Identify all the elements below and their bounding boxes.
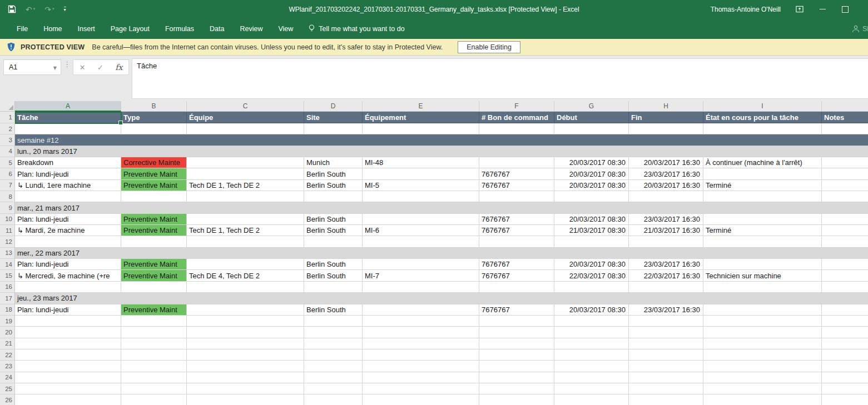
save-icon[interactable] bbox=[8, 5, 16, 13]
cell-C10[interactable] bbox=[187, 214, 304, 225]
row-header-20[interactable]: 20 bbox=[0, 327, 15, 338]
share-button[interactable]: Share bbox=[852, 18, 868, 39]
tab-home[interactable]: Home bbox=[36, 18, 70, 39]
cell-F22[interactable] bbox=[479, 349, 554, 361]
cell-J25[interactable] bbox=[822, 383, 868, 394]
cell-H12[interactable] bbox=[629, 236, 703, 247]
cell-B18[interactable]: Preventive Maint bbox=[121, 304, 187, 316]
cell-J10[interactable] bbox=[822, 214, 868, 225]
cell-J2[interactable] bbox=[822, 123, 868, 134]
cell-I5[interactable]: À continuer (machine à l'arrêt) bbox=[703, 157, 822, 168]
cell-C2[interactable] bbox=[187, 123, 304, 134]
cell-C12[interactable] bbox=[187, 236, 304, 247]
cell-H8[interactable] bbox=[629, 191, 703, 202]
column-header-F[interactable]: F bbox=[479, 101, 554, 112]
cell-B11[interactable]: Preventive Maint bbox=[121, 225, 187, 236]
row-header-3[interactable]: 3 bbox=[0, 134, 15, 146]
row-header-17[interactable]: 17 bbox=[0, 293, 15, 304]
cell-J22[interactable] bbox=[822, 349, 868, 361]
formula-input[interactable]: Tâche bbox=[132, 58, 868, 99]
row-header-23[interactable]: 23 bbox=[0, 361, 15, 372]
cell-B16[interactable] bbox=[121, 282, 187, 293]
cell-B12[interactable] bbox=[121, 236, 187, 247]
cell-D20[interactable] bbox=[304, 327, 363, 338]
cell-D24[interactable] bbox=[304, 372, 363, 383]
cell-I23[interactable] bbox=[703, 361, 822, 372]
cell-H26[interactable] bbox=[629, 394, 703, 405]
row-header-1[interactable]: 1 bbox=[0, 112, 15, 123]
cell-H1[interactable]: Fin bbox=[629, 112, 703, 123]
cell-B1[interactable]: Type bbox=[121, 112, 187, 123]
row-header-10[interactable]: 10 bbox=[0, 214, 15, 225]
cell-G22[interactable] bbox=[554, 349, 629, 361]
cell-I22[interactable] bbox=[703, 349, 822, 361]
cell-I20[interactable] bbox=[703, 327, 822, 338]
column-header-B[interactable]: B bbox=[121, 101, 187, 112]
column-header-G[interactable]: G bbox=[554, 101, 629, 112]
formula-bar-resize-handle[interactable]: ⋮ bbox=[63, 60, 71, 68]
cell-I15[interactable]: Technicien sur machine bbox=[703, 270, 822, 281]
cell-E14[interactable] bbox=[363, 259, 479, 270]
cell-D7[interactable]: Berlin South bbox=[304, 180, 363, 191]
row-header-13[interactable]: 13 bbox=[0, 248, 15, 259]
row-header-22[interactable]: 22 bbox=[0, 349, 15, 361]
row-header-9[interactable]: 9 bbox=[0, 202, 15, 213]
user-name[interactable]: Thomas-Antoine O'Neill bbox=[711, 6, 781, 13]
cell-G6[interactable]: 20/03/2017 08:30 bbox=[554, 168, 629, 179]
cell-B2[interactable] bbox=[121, 123, 187, 134]
tab-file[interactable]: File bbox=[9, 18, 36, 39]
cell-J18[interactable] bbox=[822, 304, 868, 316]
cell-F26[interactable] bbox=[479, 394, 554, 405]
row-header-5[interactable]: 5 bbox=[0, 157, 15, 168]
cell-F2[interactable] bbox=[479, 123, 554, 134]
cell-C20[interactable] bbox=[187, 327, 304, 338]
cell-F20[interactable] bbox=[479, 327, 554, 338]
cell-D15[interactable]: Berlin South bbox=[304, 270, 363, 281]
row-header-8[interactable]: 8 bbox=[0, 191, 15, 202]
cell-A17[interactable]: jeu., 23 mars 2017 bbox=[15, 293, 868, 304]
cell-G24[interactable] bbox=[554, 372, 629, 383]
cell-C1[interactable]: Équipe bbox=[187, 112, 304, 123]
cell-E2[interactable] bbox=[363, 123, 479, 134]
cell-E24[interactable] bbox=[363, 372, 479, 383]
cell-I25[interactable] bbox=[703, 383, 822, 394]
column-header-J[interactable]: J bbox=[822, 101, 868, 112]
cell-G8[interactable] bbox=[554, 191, 629, 202]
cell-C18[interactable] bbox=[187, 304, 304, 316]
row-header-2[interactable]: 2 bbox=[0, 123, 15, 134]
cell-J11[interactable] bbox=[822, 225, 868, 236]
cell-G2[interactable] bbox=[554, 123, 629, 134]
cell-A8[interactable] bbox=[15, 191, 121, 202]
cell-H5[interactable]: 20/03/2017 16:30 bbox=[629, 157, 703, 168]
cell-E15[interactable]: MI-7 bbox=[363, 270, 479, 281]
cell-I1[interactable]: État en cours pour la tâche bbox=[703, 112, 822, 123]
cell-I8[interactable] bbox=[703, 191, 822, 202]
cell-H14[interactable]: 23/03/2017 16:30 bbox=[629, 259, 703, 270]
cell-E22[interactable] bbox=[363, 349, 479, 361]
cell-A11[interactable]: ↳ Mardi, 2e machine bbox=[15, 225, 121, 236]
cell-I18[interactable] bbox=[703, 304, 822, 316]
tab-formulas[interactable]: Formulas bbox=[157, 18, 202, 39]
cell-J23[interactable] bbox=[822, 361, 868, 372]
cell-F24[interactable] bbox=[479, 372, 554, 383]
cell-A12[interactable] bbox=[15, 236, 121, 247]
insert-function-icon[interactable]: fx bbox=[115, 63, 122, 72]
row-header-25[interactable]: 25 bbox=[0, 383, 15, 394]
cell-C23[interactable] bbox=[187, 361, 304, 372]
select-all-corner[interactable] bbox=[0, 101, 15, 112]
cell-J5[interactable] bbox=[822, 157, 868, 168]
cell-E11[interactable]: MI-6 bbox=[363, 225, 479, 236]
cell-A19[interactable] bbox=[15, 316, 121, 327]
row-header-24[interactable]: 24 bbox=[0, 372, 15, 383]
cell-I14[interactable] bbox=[703, 259, 822, 270]
cell-G16[interactable] bbox=[554, 282, 629, 293]
cell-E8[interactable] bbox=[363, 191, 479, 202]
row-header-12[interactable]: 12 bbox=[0, 236, 15, 247]
column-header-E[interactable]: E bbox=[363, 101, 479, 112]
cell-A16[interactable] bbox=[15, 282, 121, 293]
cell-D18[interactable]: Berlin South bbox=[304, 304, 363, 316]
cell-D19[interactable] bbox=[304, 316, 363, 327]
column-header-A[interactable]: A bbox=[15, 101, 121, 112]
cell-I21[interactable] bbox=[703, 338, 822, 349]
cell-E1[interactable]: Équipement bbox=[363, 112, 479, 123]
